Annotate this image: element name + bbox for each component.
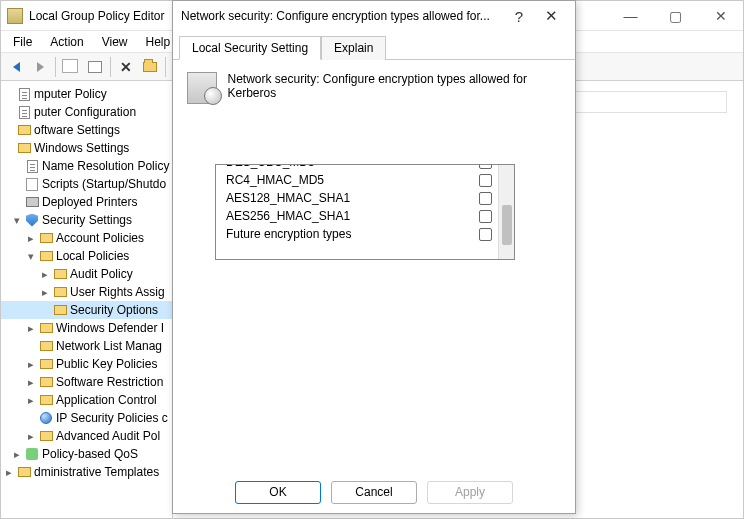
expand-icon[interactable]: ▸ — [1, 466, 16, 479]
encryption-type-row[interactable]: AES128_HMAC_SHA1 — [216, 189, 498, 207]
expand-icon[interactable]: ▸ — [23, 358, 38, 371]
tree-item-label: Account Policies — [54, 231, 144, 245]
tree-item[interactable]: ▸Application Control — [1, 391, 172, 409]
apply-button: Apply — [427, 481, 513, 504]
encryption-types-list[interactable]: DES_CBC_MD5RC4_HMAC_MD5AES128_HMAC_SHA1A… — [215, 164, 515, 260]
cancel-button[interactable]: Cancel — [331, 481, 417, 504]
tree-item[interactable]: oftware Settings — [1, 121, 172, 139]
tree-item-label: Advanced Audit Pol — [54, 429, 160, 443]
back-button[interactable] — [5, 56, 27, 78]
toolbar-separator — [165, 57, 166, 77]
tree-item[interactable]: ▸Windows Defender I — [1, 319, 172, 337]
security-policy-icon — [187, 72, 217, 104]
expand-icon[interactable]: ▸ — [37, 268, 52, 281]
tree-item-label: Windows Defender I — [54, 321, 164, 335]
tree-item[interactable]: Security Options — [1, 301, 172, 319]
tree-item[interactable]: mputer Policy — [1, 85, 172, 103]
show-hide-tree-button[interactable] — [60, 56, 82, 78]
encryption-type-checkbox[interactable] — [479, 210, 492, 223]
tab-local-security-setting[interactable]: Local Security Setting — [179, 36, 321, 60]
dialog-titlebar[interactable]: Network security: Configure encryption t… — [173, 1, 575, 31]
tree-item[interactable]: ▸User Rights Assig — [1, 283, 172, 301]
scrollbar[interactable] — [498, 165, 514, 259]
tree-item-label: Application Control — [54, 393, 157, 407]
tree-item[interactable]: puter Configuration — [1, 103, 172, 121]
dialog-button-row: OK Cancel Apply — [173, 471, 575, 513]
globe-icon — [38, 412, 54, 424]
tree-item[interactable]: Network List Manag — [1, 337, 172, 355]
encryption-type-row[interactable]: Future encryption types — [216, 225, 498, 243]
close-button[interactable]: ✕ — [698, 1, 743, 30]
tree-item-label: mputer Policy — [32, 87, 107, 101]
folder-icon — [38, 377, 54, 387]
export-button[interactable] — [139, 56, 161, 78]
delete-icon: ✕ — [120, 59, 132, 75]
tree-item[interactable]: ▾Local Policies — [1, 247, 172, 265]
expand-icon[interactable]: ▸ — [23, 232, 38, 245]
folder-icon — [16, 125, 32, 135]
tree-item[interactable]: ▸dministrative Templates — [1, 463, 172, 481]
properties-button[interactable] — [84, 56, 106, 78]
dialog-help-button[interactable]: ? — [503, 2, 535, 30]
tree-item[interactable]: ▸Advanced Audit Pol — [1, 427, 172, 445]
tree-item[interactable]: Windows Settings — [1, 139, 172, 157]
scrollbar-thumb[interactable] — [502, 205, 512, 245]
tree-item[interactable]: ▸Policy-based QoS — [1, 445, 172, 463]
dialog-close-button[interactable]: ✕ — [535, 2, 567, 30]
tree-item-label: oftware Settings — [32, 123, 120, 137]
tree-item[interactable]: ▸Audit Policy — [1, 265, 172, 283]
ok-button[interactable]: OK — [235, 481, 321, 504]
dialog-tabs: Local Security Setting Explain — [173, 31, 575, 60]
expand-icon[interactable]: ▸ — [23, 376, 38, 389]
delete-button[interactable]: ✕ — [115, 56, 137, 78]
folder-icon — [52, 269, 68, 279]
expand-icon[interactable]: ▾ — [9, 214, 24, 227]
encryption-type-checkbox[interactable] — [479, 174, 492, 187]
tree-item[interactable]: ▸Account Policies — [1, 229, 172, 247]
folder-icon — [38, 233, 54, 243]
expand-icon[interactable]: ▸ — [23, 394, 38, 407]
encryption-type-row[interactable]: DES_CBC_MD5 — [216, 164, 498, 171]
expand-icon[interactable]: ▸ — [23, 322, 38, 335]
tree-item-label: dministrative Templates — [32, 465, 159, 479]
tree-item[interactable]: Deployed Printers — [1, 193, 172, 211]
menu-action[interactable]: Action — [42, 33, 91, 51]
expand-icon[interactable]: ▾ — [23, 250, 38, 263]
expand-icon[interactable]: ▸ — [9, 448, 24, 461]
tree-item-label: User Rights Assig — [68, 285, 165, 299]
forward-button[interactable] — [29, 56, 51, 78]
dialog-title: Network security: Configure encryption t… — [181, 9, 503, 23]
tree-item[interactable]: Scripts (Startup/Shutdo — [1, 175, 172, 193]
maximize-button[interactable]: ▢ — [653, 1, 698, 30]
encryption-type-row[interactable]: RC4_HMAC_MD5 — [216, 171, 498, 189]
folder-icon — [16, 467, 32, 477]
tree-item[interactable]: ▸Software Restriction — [1, 373, 172, 391]
folder-icon — [38, 251, 54, 261]
folder-icon — [52, 305, 68, 315]
page-icon — [16, 88, 32, 101]
folder-icon — [38, 323, 54, 333]
encryption-type-label: DES_CBC_MD5 — [226, 164, 315, 169]
tree-item[interactable]: ▸Public Key Policies — [1, 355, 172, 373]
encryption-type-checkbox[interactable] — [479, 164, 492, 169]
navigation-tree[interactable]: mputer Policyputer Configurationoftware … — [1, 81, 173, 519]
tree-item[interactable]: IP Security Policies c — [1, 409, 172, 427]
toolbar-separator — [110, 57, 111, 77]
encryption-type-checkbox[interactable] — [479, 192, 492, 205]
menu-view[interactable]: View — [94, 33, 136, 51]
encryption-type-row[interactable]: AES256_HMAC_SHA1 — [216, 207, 498, 225]
encryption-type-label: AES128_HMAC_SHA1 — [226, 191, 350, 205]
tree-item[interactable]: Name Resolution Policy — [1, 157, 172, 175]
menu-file[interactable]: File — [5, 33, 40, 51]
expand-icon[interactable]: ▸ — [37, 286, 52, 299]
encryption-type-checkbox[interactable] — [479, 228, 492, 241]
tab-explain[interactable]: Explain — [321, 36, 386, 60]
expand-icon[interactable]: ▸ — [23, 430, 38, 443]
page-icon — [24, 160, 40, 173]
tree-item[interactable]: ▾Security Settings — [1, 211, 172, 229]
page-icon — [16, 106, 32, 119]
folder-icon — [16, 143, 32, 153]
tree-item-label: Name Resolution Policy — [40, 159, 169, 173]
minimize-button[interactable]: — — [608, 1, 653, 30]
folder-icon — [38, 431, 54, 441]
